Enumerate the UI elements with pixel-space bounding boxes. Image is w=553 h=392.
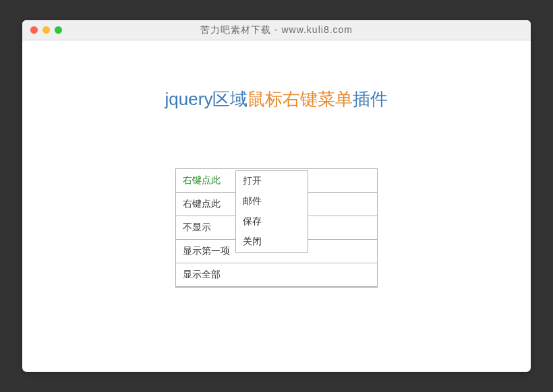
page-title: jquery区域鼠标右键菜单插件 [22,88,531,111]
maximize-icon[interactable] [55,26,62,34]
close-icon[interactable] [30,26,38,34]
content-area: jquery区域鼠标右键菜单插件 右键点此 右键点此 不显示 显示第一项 显示全… [22,40,531,372]
demo-list: 右键点此 右键点此 不显示 显示第一项 显示全部 打开 邮件 保存 关闭 [175,168,378,288]
menu-item-close[interactable]: 关闭 [236,232,308,252]
menu-item-save[interactable]: 保存 [236,211,308,232]
menu-item-open[interactable]: 打开 [236,171,308,191]
heading-highlight: 鼠标右键菜单 [248,89,353,109]
window-title: 苦力吧素材下载 - www.kuli8.com [22,24,531,36]
list-item[interactable]: 显示全部 [176,263,377,287]
menu-item-mail[interactable]: 邮件 [236,191,308,211]
titlebar: 苦力吧素材下载 - www.kuli8.com [22,20,531,40]
minimize-icon[interactable] [42,26,50,34]
context-menu: 打开 邮件 保存 关闭 [235,170,308,253]
heading-part3: 插件 [353,89,388,109]
heading-part1: jquery区域 [165,89,248,109]
window-controls [30,26,62,34]
browser-window: 苦力吧素材下载 - www.kuli8.com jquery区域鼠标右键菜单插件… [22,20,531,372]
